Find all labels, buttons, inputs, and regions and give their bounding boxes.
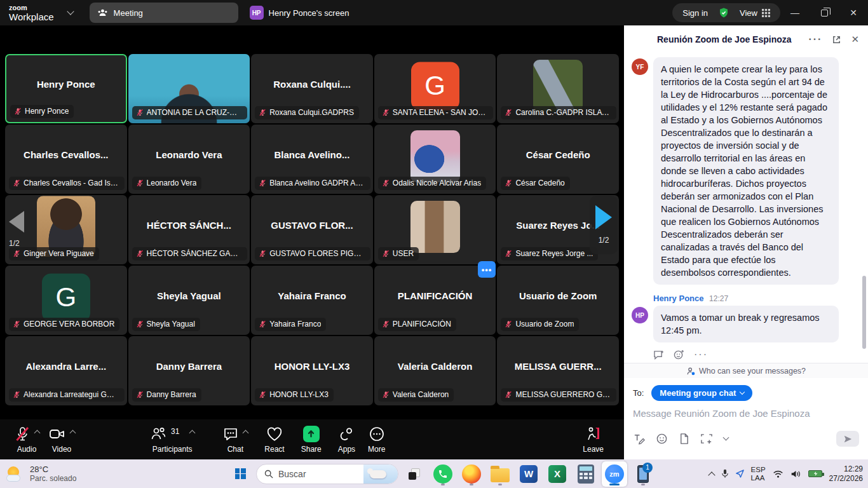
- reply-in-thread-icon[interactable]: [653, 350, 664, 360]
- battery-charging-icon[interactable]: [808, 470, 822, 477]
- emoji-icon[interactable]: [656, 433, 668, 445]
- start-button[interactable]: [227, 461, 253, 487]
- participant-tile[interactable]: G GEORGE VERA BORBOR: [5, 266, 127, 335]
- participant-tile[interactable]: MELISSA GUERR... MELISSA GUERRERO GADP..…: [497, 336, 619, 405]
- word-app[interactable]: W: [516, 461, 541, 487]
- participant-tile[interactable]: G SANTA ELENA - SAN JOSÉ ...: [374, 54, 496, 123]
- gallery-prev-page-button[interactable]: 1/2: [9, 211, 24, 248]
- participant-tile[interactable]: GUSTAVO FLOR... GUSTAVO FLORES PIGUAVE: [251, 195, 373, 264]
- participants-options-chevron[interactable]: [189, 430, 196, 436]
- video-options-chevron[interactable]: [70, 430, 76, 436]
- participant-tile[interactable]: Usuario de Zoom Usuario de Zoom: [497, 266, 619, 335]
- calculator-app[interactable]: [573, 461, 599, 487]
- compose-more-chevron[interactable]: [723, 435, 729, 441]
- participant-tile[interactable]: HÉCTOR SÁNCH... HÉCTOR SÁNCHEZ GAD AT...: [128, 195, 250, 264]
- recipient-selector[interactable]: Meeting group chat: [651, 385, 752, 401]
- participant-tile[interactable]: Yahaira Franco Yahaira Franco: [251, 266, 373, 335]
- popout-icon[interactable]: [832, 35, 841, 44]
- add-reaction-icon[interactable]: [674, 349, 684, 360]
- participant-tile[interactable]: Valeria Calderon Valeria Calderon: [374, 336, 496, 405]
- leave-button[interactable]: Leave: [583, 426, 604, 454]
- taskbar-search[interactable]: [256, 464, 398, 484]
- chat-options-chevron[interactable]: [243, 430, 249, 436]
- message-more-icon[interactable]: ···: [694, 349, 708, 360]
- apps-button[interactable]: Apps: [338, 426, 355, 454]
- excel-icon: X: [548, 465, 566, 483]
- gallery-next-page-button[interactable]: 1/2: [590, 196, 618, 254]
- weather-widget[interactable]: 28°C Parc. soleado: [6, 459, 76, 488]
- participant-label: MELISSA GUERRERO GADP...: [501, 388, 616, 402]
- file-explorer-app[interactable]: [487, 461, 513, 487]
- audio-button[interactable]: Audio: [14, 426, 39, 454]
- share-button[interactable]: Share: [301, 426, 322, 454]
- tab-meeting[interactable]: Meeting: [90, 3, 238, 23]
- audio-options-chevron[interactable]: [34, 430, 41, 436]
- participant-label: ANTONIA DE LA CRUZ-GA...: [132, 106, 248, 119]
- mic-muted-icon: [13, 179, 20, 187]
- participant-tile[interactable]: Leonardo Vera Leonardo Vera: [128, 125, 250, 194]
- page-indicator: 1/2: [9, 239, 24, 248]
- chat-scrollbar[interactable]: [862, 276, 866, 349]
- mic-in-use-icon[interactable]: [721, 469, 729, 478]
- phone-link-app[interactable]: 1: [630, 461, 656, 487]
- message-input[interactable]: [633, 408, 859, 419]
- video-button[interactable]: Video: [48, 426, 75, 454]
- send-button[interactable]: [836, 431, 859, 447]
- participants-button[interactable]: 31 Participants: [150, 426, 194, 454]
- participant-tile[interactable]: Sheyla Yagual Sheyla Yagual: [128, 266, 250, 335]
- location-in-use-icon[interactable]: [736, 470, 744, 478]
- participant-tile[interactable]: Danny Barrera Danny Barrera: [128, 336, 250, 405]
- sender-name[interactable]: Henry Ponce: [653, 294, 703, 303]
- zoom-app[interactable]: zm: [602, 461, 627, 487]
- more-button[interactable]: More: [368, 426, 385, 454]
- participant-tile[interactable]: Carolina C.-GADPR ISLA SA...: [497, 54, 619, 123]
- task-view-button[interactable]: [402, 461, 427, 487]
- excel-app[interactable]: X: [545, 461, 570, 487]
- participant-tile[interactable]: Odalis Nicole Alcivar Arias: [374, 125, 496, 194]
- mic-muted-icon: [382, 250, 390, 257]
- chevron-down-icon[interactable]: [67, 8, 74, 15]
- minimize-button[interactable]: —: [780, 0, 810, 25]
- security-shield-icon[interactable]: [718, 7, 729, 18]
- privacy-note: Who can see your messages?: [699, 367, 806, 376]
- chat-more-icon[interactable]: ···: [808, 34, 822, 45]
- windows-taskbar: 28°C Parc. soleado W X zm 1 ESP: [0, 459, 868, 488]
- participant-tile[interactable]: César Cedeño César Cedeño: [497, 125, 619, 194]
- tab-henry-ponces-screen[interactable]: HP Henry Ponce's screen: [250, 6, 349, 20]
- tile-more-options-button[interactable]: •••: [478, 261, 496, 278]
- language-indicator[interactable]: ESP LAA: [751, 466, 766, 482]
- participant-tile[interactable]: USER: [374, 195, 496, 264]
- whatsapp-app[interactable]: [430, 461, 456, 487]
- participant-tile[interactable]: Henry Ponce Henry Ponce: [5, 54, 127, 123]
- participant-tile[interactable]: ANTONIA DE LA CRUZ-GA...: [128, 54, 250, 123]
- wifi-icon[interactable]: [773, 470, 783, 478]
- chat-button[interactable]: Chat: [222, 426, 248, 454]
- maximize-button[interactable]: [810, 0, 839, 25]
- chat-header: Reunión Zoom de Joe Espinoza ··· ✕: [624, 25, 868, 53]
- participant-label: HONOR LLY-LX3: [255, 388, 334, 402]
- participant-tile[interactable]: PLANIFICACIÓN PLANIFICACIÓN: [374, 266, 496, 335]
- sign-in-button[interactable]: Sign in: [682, 8, 708, 18]
- view-button[interactable]: View: [740, 8, 770, 18]
- speaker-icon[interactable]: [790, 470, 801, 478]
- clock[interactable]: 12:29 27/2/2026: [829, 464, 863, 483]
- firefox-app[interactable]: [459, 461, 484, 487]
- participant-tile[interactable]: Alexandra Larre... Alexandra Larreategui…: [5, 336, 127, 405]
- signin-view-group: Sign in View: [672, 3, 780, 22]
- screenshot-icon[interactable]: [700, 433, 713, 445]
- attach-file-icon[interactable]: [679, 433, 689, 445]
- restore-icon: [821, 10, 828, 17]
- participant-tile[interactable]: HONOR LLY-LX3 HONOR LLY-LX3: [251, 336, 373, 405]
- hidden-icons-chevron[interactable]: [708, 471, 715, 478]
- close-button[interactable]: ✕: [839, 0, 868, 25]
- react-button[interactable]: React: [264, 426, 284, 454]
- chat-close-icon[interactable]: ✕: [851, 34, 859, 45]
- participant-tile[interactable]: Blanca Avelino... Blanca Avelino GADPR A…: [251, 125, 373, 194]
- privacy-bar[interactable]: Who can see your messages?: [624, 363, 868, 378]
- participant-name: Leonardo Vera: [128, 125, 250, 185]
- participant-tile[interactable]: Charles Cevallos... Charles Cevallos - G…: [5, 125, 127, 194]
- search-input[interactable]: [278, 469, 348, 479]
- mic-muted-icon: [259, 179, 266, 187]
- format-text-icon[interactable]: [633, 433, 645, 445]
- participant-tile[interactable]: Roxana Culqui.... Roxana Culqui.GADPRS: [251, 54, 373, 123]
